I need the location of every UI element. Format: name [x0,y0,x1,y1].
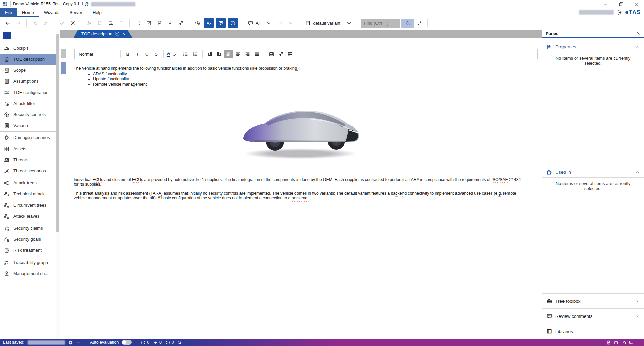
evaluate-button[interactable] [133,18,143,28]
export-pdf-button[interactable] [154,18,164,28]
panes-close-icon[interactable] [636,31,640,35]
error-circle-counter[interactable]: 0 [141,340,149,345]
font-color-button[interactable]: A [166,50,175,58]
sidebar-item-attack-filter[interactable]: Attack filter [0,98,56,109]
regex-toggle[interactable]: .* [415,20,424,26]
copy-link-button[interactable] [176,18,186,28]
copy-button[interactable] [95,18,105,28]
undo-button[interactable] [30,18,40,28]
discard-button[interactable] [68,18,78,28]
variant-select[interactable]: default variant [302,18,355,28]
paste-special-button[interactable] [106,18,116,28]
sidebar-item-cockpit[interactable]: Cockpit [0,43,56,54]
info-circle-counter[interactable]: 0 [165,340,174,345]
find-search-button[interactable] [401,19,414,28]
bullet-list-button[interactable] [181,50,190,58]
menu-home[interactable]: Home [17,8,39,17]
sidebar-item-damage-scenarios[interactable]: Damage scenarios [0,132,56,143]
pane-review-comments-header[interactable]: Review comments [542,308,644,324]
find-input[interactable] [361,19,400,28]
download-button[interactable] [165,18,175,28]
menu-wizards[interactable]: Wizards [39,8,65,17]
pane-properties-header[interactable]: Properties [542,42,644,52]
sidebar-item-scope[interactable]: Scope [0,65,56,76]
previous-match-button[interactable] [275,18,285,28]
paragraph-style-select[interactable]: Normal [77,50,118,58]
align-center-button[interactable] [233,50,243,58]
underline-button[interactable]: U [142,50,151,58]
logout-icon[interactable] [616,10,622,15]
issues-toggle-button[interactable] [228,18,238,28]
sidebar-scrollbar-thumb[interactable] [56,34,59,232]
statusbar-puzzle-button[interactable] [614,340,619,345]
cut-button[interactable] [84,18,94,28]
menu-server[interactable]: Server [65,8,88,17]
bold-button[interactable]: B [123,50,132,58]
sidebar-item-risk-treatment[interactable]: Risk treatment [0,245,56,256]
expand-icon[interactable] [635,314,640,319]
pane-libraries-header[interactable]: Libraries [542,324,644,339]
statusbar-toolbox-button[interactable] [621,340,626,345]
spellcheck-toggle-button[interactable] [204,18,214,28]
comment-filter-select[interactable]: All [245,18,274,28]
statusbar-search-icon[interactable] [177,340,182,345]
menu-file[interactable]: File [0,8,17,17]
statusbar-comment-dots-button[interactable] [629,340,634,345]
tab-help-icon[interactable]: ? [115,32,119,36]
insert-image-button[interactable] [267,50,276,58]
tab-close-icon[interactable] [122,32,126,36]
privacy-view-button[interactable] [192,18,202,28]
rich-text-editor[interactable]: NormalBIUSA123 The vehicle at hand imple… [60,38,542,339]
sidebar-item-threats[interactable]: Threats [0,154,56,165]
sidebar-item-toe-description[interactable]: TOE description [0,54,56,65]
expand-icon[interactable] [635,299,640,303]
minimize-button[interactable] [598,0,613,8]
sidebar-item-assets[interactable]: Assets [0,143,56,154]
redo-button[interactable] [41,18,51,28]
gear-icon[interactable] [68,340,73,345]
editor-scrollbar-thumb[interactable] [61,62,66,74]
insert-link-button[interactable] [276,50,285,58]
sidebar-item-technical-attack[interactable]: Technical attack... [0,188,56,199]
apply-button[interactable] [57,18,67,28]
close-button[interactable] [629,0,644,8]
strikethrough-button[interactable]: S [152,50,161,58]
warning-triangle-counter[interactable]: 0 [153,340,162,345]
sidebar-item-threat-scenarios[interactable]: Threat scenarios [0,165,56,176]
justify-button[interactable] [252,50,261,58]
menu-help[interactable]: Help [88,8,107,17]
align-left-button[interactable] [224,50,233,58]
numbered-list-button[interactable]: 123 [191,50,200,58]
sidebar-item-security-claims[interactable]: Security claims [0,223,56,234]
sidebar-item-traceability-graph[interactable]: Traceability graph [0,257,56,268]
collapse-icon[interactable] [635,170,640,174]
vehicle-image[interactable] [74,91,526,163]
comments-toggle-button[interactable] [216,18,226,28]
sidebar-menu-button[interactable] [3,32,11,39]
auto-evaluation-toggle[interactable] [122,340,132,345]
sidebar-item-toe-configuration[interactable]: TOE configuration [0,87,56,98]
sidebar-item-security-goals[interactable]: Security goals [0,234,56,245]
navigate-back-button[interactable] [3,18,13,28]
sidebar-item-circumvent-trees[interactable]: Circumvent trees [0,199,56,211]
sidebar-item-management-su[interactable]: Management su... [0,268,56,279]
collapse-icon[interactable] [635,45,640,49]
align-right-button[interactable] [243,50,252,58]
sidebar-item-variants[interactable]: Variants [0,120,56,131]
increase-indent-button[interactable] [215,50,224,58]
insert-table-button[interactable] [286,50,295,58]
sidebar-item-attack-leaves[interactable]: Attack leaves [0,211,56,222]
editor-scrollbar-button[interactable] [61,49,66,58]
sidebar-item-attack-trees[interactable]: Attack trees [0,177,56,188]
tab-toe-description[interactable]: TOE description ? [74,30,132,38]
sidebar-item-assumptions[interactable]: Assumptions [0,76,56,87]
pane-used-in-header[interactable]: Used in [542,167,644,178]
statusbar-report-doc-button[interactable] [606,340,611,345]
statusbar-columns-button[interactable] [636,340,641,345]
statusbar-expand-icon[interactable] [76,340,81,345]
review-tasks-button[interactable] [144,18,154,28]
restore-button[interactable] [613,0,629,8]
expand-icon[interactable] [635,329,640,334]
paste-button[interactable] [116,18,126,28]
sidebar-item-security-controls[interactable]: Security controls [0,109,56,120]
